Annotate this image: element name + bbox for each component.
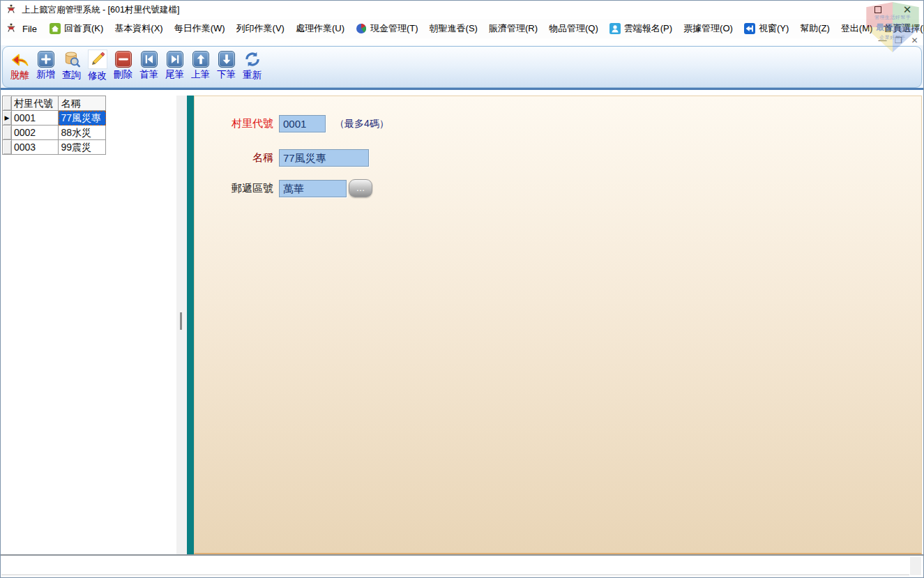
mdi-minimize-button[interactable]: — [877, 35, 888, 45]
menu-goods-mgmt[interactable]: 物品管理(Q) [543, 20, 604, 38]
search-database-icon [62, 50, 81, 68]
grid-selector-header [3, 96, 12, 111]
window-switch-icon [744, 23, 755, 34]
menu-logout[interactable]: 登出(M) [835, 20, 879, 38]
arrow-down-icon [218, 51, 235, 68]
app-window: 上上籤宮廟管理系統 - [601村里代號建檔] ✕ File 回首頁(K) 基本… [0, 0, 924, 578]
status-message-field [1, 557, 909, 575]
toolbar: 脫離 新增 查詢 [2, 46, 922, 88]
village-code-label: 村里代號 [195, 117, 273, 130]
delete-icon [115, 51, 132, 68]
first-record-icon [141, 51, 158, 68]
home-icon [50, 23, 61, 34]
pie-chart-icon [356, 23, 367, 34]
exit-arrow-icon [10, 50, 29, 68]
village-code-hint: （最多4碼） [335, 118, 389, 130]
maximize-button[interactable] [872, 3, 884, 16]
menu-cloud-signup[interactable]: 雲端報名(P) [604, 20, 678, 38]
toolbar-exit-button[interactable]: 脫離 [7, 50, 33, 82]
toolbar-strip: 脫離 新增 查詢 [1, 45, 923, 90]
close-button[interactable]: ✕ [901, 3, 914, 16]
menu-ticket-mgmt[interactable]: 票據管理(O) [678, 20, 739, 38]
menu-print-ops[interactable]: 列印作業(V) [231, 20, 290, 38]
current-row-marker: ▶ [3, 111, 12, 126]
toolbar-first-record-button[interactable]: 首筆 [136, 50, 162, 81]
name-input[interactable]: 77風災專 [279, 149, 369, 167]
name-label: 名稱 [195, 151, 273, 165]
menu-file[interactable]: File [17, 21, 43, 37]
toolbar-add-button[interactable]: 新增 [33, 50, 59, 81]
table-row[interactable]: 0003 99震災 [3, 140, 106, 155]
window-title: 上上籤宮廟管理系統 - [601村里代號建檔] [22, 4, 179, 16]
teal-accent-bar [187, 96, 194, 554]
village-code-grid: 村里代號 名稱 ▶ 0001 77風災專 0002 88水災 0003 99震災 [2, 96, 106, 155]
mdi-restore-button[interactable]: ❐ [893, 35, 904, 45]
cell-code[interactable]: 0003 [12, 140, 59, 155]
field-row-village-code: 村里代號 0001 （最多4碼） [195, 115, 389, 132]
mdi-close-button[interactable]: ✕ [909, 35, 921, 45]
grid-header-row: 村里代號 名稱 [3, 96, 106, 111]
toolbar-query-button[interactable]: 查詢 [59, 50, 84, 82]
panel-splitter[interactable] [176, 96, 187, 554]
menu-window[interactable]: 視窗(Y) [739, 20, 794, 38]
menu-basic-data[interactable]: 基本資料(X) [109, 20, 168, 38]
menu-help[interactable]: 幫助(Z) [794, 20, 835, 38]
table-row[interactable]: 0002 88水災 [3, 126, 106, 140]
field-row-zip: 郵遞區號 萬華 … [195, 179, 372, 197]
splitter-handle-icon [180, 312, 182, 330]
mdi-window-controls: — ❐ ✕ [877, 35, 921, 45]
maximize-icon [874, 6, 881, 13]
toolbar-last-record-button[interactable]: 尾筆 [162, 50, 188, 81]
cell-code[interactable]: 0002 [12, 126, 59, 140]
cell-code[interactable]: 0001 [12, 111, 59, 126]
record-list-panel: 村里代號 名稱 ▶ 0001 77風災專 0002 88水災 0003 99震災 [1, 96, 176, 554]
cell-name[interactable]: 99震災 [59, 140, 106, 155]
cell-name-selected[interactable]: 77風災專 [59, 111, 106, 126]
status-bar [1, 554, 923, 577]
toolbar-previous-record-button[interactable]: 上筆 [188, 50, 213, 81]
refresh-icon [243, 50, 262, 68]
field-row-name: 名稱 77風災專 [195, 149, 369, 167]
menu-cash-mgmt[interactable]: 現金管理(T) [350, 20, 424, 38]
detail-form-panel: 村里代號 0001 （最多4碼） 名稱 77風災專 郵遞區號 萬華 … [194, 96, 922, 554]
menu-relief-mgmt[interactable]: 賑濟管理(R) [483, 20, 543, 38]
table-row[interactable]: ▶ 0001 77風災專 [3, 111, 106, 126]
arrow-up-icon [192, 51, 209, 68]
toolbar-next-record-button[interactable]: 下筆 [213, 50, 239, 81]
menu-daily-ops[interactable]: 每日作業(W) [169, 20, 231, 38]
toolbar-edit-button[interactable]: 修改 [84, 50, 110, 82]
village-code-input[interactable]: 0001 [279, 115, 326, 132]
add-icon [38, 51, 54, 68]
toolbar-delete-button[interactable]: 刪除 [110, 50, 136, 81]
menu-pilgrimage[interactable]: 朝聖進香(S) [424, 20, 483, 38]
toolbar-refresh-button[interactable]: 重新 [239, 50, 265, 82]
title-bar: 上上籤宮廟管理系統 - [601村里代號建檔] [1, 1, 923, 19]
content-area: 村里代號 名稱 ▶ 0001 77風災專 0002 88水災 0003 99震災 [1, 96, 923, 554]
grid-header-name: 名稱 [59, 96, 106, 111]
menu-home[interactable]: 回首頁(K) [44, 20, 109, 38]
grid-header-code: 村里代號 [12, 96, 59, 111]
person-icon [609, 23, 621, 34]
menu-bar: File 回首頁(K) 基本資料(X) 每日作業(W) 列印作業(V) 處理作業… [1, 19, 923, 38]
app-censer-icon [6, 23, 17, 34]
cell-name[interactable]: 88水災 [59, 126, 106, 140]
last-record-icon [167, 51, 183, 68]
zip-label: 郵遞區號 [195, 182, 273, 195]
zip-browse-button[interactable]: … [349, 179, 372, 197]
edit-pencil-icon [88, 50, 107, 69]
app-censer-icon [6, 4, 17, 15]
resize-grip[interactable] [910, 557, 921, 575]
menu-process-ops[interactable]: 處理作業(U) [290, 20, 350, 38]
zip-input[interactable]: 萬華 [279, 180, 347, 197]
